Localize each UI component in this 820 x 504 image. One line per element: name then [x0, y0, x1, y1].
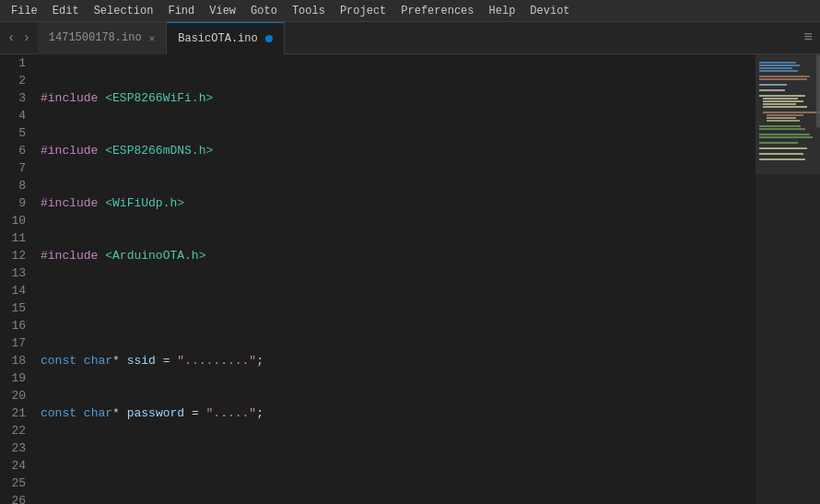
menu-tools[interactable]: Tools [285, 3, 333, 19]
code-line-8 [41, 457, 756, 475]
tab-modified-dot [265, 35, 273, 42]
code-line-1: #include <ESP8266WiFi.h> [41, 89, 756, 107]
line-num-20: 20 [7, 387, 26, 404]
svg-rect-9 [759, 89, 785, 91]
line-num-11: 11 [7, 229, 26, 247]
svg-rect-7 [759, 78, 807, 80]
line-num-4: 4 [7, 107, 26, 124]
svg-rect-3 [759, 64, 800, 66]
code-line-6: const char* ssid = "........."; [41, 352, 756, 369]
tab-close-1[interactable]: ✕ [149, 32, 156, 44]
svg-rect-5 [759, 70, 798, 72]
line-num-23: 23 [7, 440, 26, 457]
code-line-5 [41, 299, 756, 317]
tab-basicota[interactable]: BasicOTA.ino [167, 22, 284, 54]
line-num-2: 2 [7, 72, 26, 89]
line-num-18: 18 [7, 352, 26, 369]
svg-rect-27 [816, 54, 820, 128]
line-num-21: 21 [7, 404, 26, 422]
menu-help[interactable]: Help [482, 3, 523, 19]
menu-selection[interactable]: Selection [87, 3, 161, 19]
svg-rect-20 [759, 128, 805, 130]
nav-back[interactable]: ‹ [4, 29, 18, 47]
tab-bar: ‹ › 1471500178.ino ✕ BasicOTA.ino ≡ [0, 22, 820, 54]
svg-rect-26 [759, 158, 805, 160]
line-num-1: 1 [7, 54, 26, 72]
line-num-10: 10 [7, 212, 26, 229]
line-num-22: 22 [7, 422, 26, 440]
line-num-13: 13 [7, 264, 26, 282]
menu-project[interactable]: Project [333, 3, 393, 19]
menu-goto[interactable]: Goto [243, 3, 285, 19]
svg-rect-4 [759, 67, 792, 69]
code-line-4: #include <ArduinoOTA.h> [41, 247, 756, 264]
line-numbers: 1 2 3 4 5 6 7 8 9 10 11 12 13 14 15 16 1… [0, 54, 37, 504]
code-content[interactable]: #include <ESP8266WiFi.h> #include <ESP82… [37, 54, 756, 504]
line-num-17: 17 [7, 334, 26, 352]
svg-rect-21 [759, 134, 810, 135]
menu-preferences[interactable]: Preferences [393, 3, 481, 19]
svg-rect-6 [759, 76, 810, 77]
svg-rect-8 [759, 84, 787, 86]
line-num-25: 25 [7, 475, 26, 492]
line-num-6: 6 [7, 142, 26, 159]
line-num-15: 15 [7, 299, 26, 317]
tab-menu-button[interactable]: ≡ [803, 29, 813, 46]
editor-area: 1 2 3 4 5 6 7 8 9 10 11 12 13 14 15 16 1… [0, 54, 820, 504]
line-num-26: 26 [7, 492, 26, 504]
line-num-7: 7 [7, 159, 26, 177]
line-num-12: 12 [7, 247, 26, 264]
svg-rect-16 [767, 114, 803, 116]
nav-arrows: ‹ › [0, 29, 38, 47]
svg-rect-23 [759, 142, 798, 144]
nav-forward[interactable]: › [18, 29, 33, 47]
line-num-14: 14 [7, 282, 26, 299]
svg-rect-2 [759, 62, 796, 64]
line-num-8: 8 [7, 177, 26, 194]
svg-rect-13 [763, 103, 796, 105]
code-line-7: const char* password = "....."; [41, 404, 756, 422]
code-line-2: #include <ESP8266mDNS.h> [41, 142, 756, 159]
svg-rect-22 [759, 136, 813, 138]
code-line-3: #include <WiFiUdp.h> [41, 194, 756, 212]
menu-file[interactable]: File [4, 3, 45, 19]
svg-rect-24 [759, 147, 807, 149]
svg-rect-14 [763, 106, 807, 108]
svg-rect-12 [763, 100, 803, 102]
menu-deviot[interactable]: Deviot [522, 3, 577, 19]
tab-label-1: 1471500178.ino [49, 31, 142, 44]
svg-rect-18 [767, 120, 800, 122]
line-num-24: 24 [7, 457, 26, 475]
tab-1471500178[interactable]: 1471500178.ino ✕ [38, 22, 167, 54]
minimap-svg [756, 54, 820, 504]
menu-find[interactable]: Find [160, 3, 202, 19]
menu-view[interactable]: View [202, 3, 243, 19]
minimap[interactable] [756, 54, 820, 504]
svg-rect-11 [763, 98, 798, 100]
tab-label-2: BasicOTA.ino [178, 32, 257, 45]
svg-rect-25 [759, 153, 803, 155]
svg-rect-10 [759, 95, 805, 97]
menu-edit[interactable]: Edit [45, 3, 87, 19]
svg-rect-17 [767, 117, 796, 119]
line-num-5: 5 [7, 124, 26, 142]
line-num-9: 9 [7, 194, 26, 212]
line-num-19: 19 [7, 369, 26, 387]
svg-rect-19 [759, 125, 801, 127]
svg-rect-15 [763, 111, 820, 113]
menu-bar: File Edit Selection Find View Goto Tools… [0, 0, 820, 22]
line-num-3: 3 [7, 89, 26, 107]
line-num-16: 16 [7, 317, 26, 334]
